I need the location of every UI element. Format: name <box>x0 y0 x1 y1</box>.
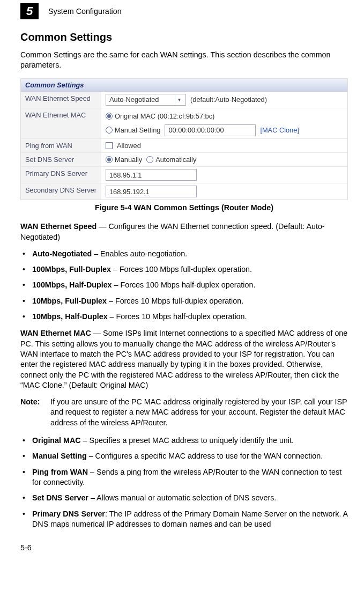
ping-allowed-checkbox[interactable] <box>106 142 113 149</box>
panel-header: Common Settings <box>21 79 347 92</box>
chapter-badge: 5 <box>20 3 39 19</box>
manual-mac-input[interactable]: 00:00:00:00:00:00 <box>165 124 256 136</box>
row-set-dns: Set DNS Server Manually Automatically <box>21 153 347 167</box>
note-label: Note: <box>20 397 50 428</box>
page-title: Common Settings <box>20 31 348 43</box>
row-wan-mac: WAN Ethernet MAC Original MAC (00:12:cf:… <box>21 108 347 139</box>
row-ping: Ping from WAN Allowed <box>21 139 347 153</box>
common-settings-panel: Common Settings WAN Ethernet Speed Auto-… <box>20 78 348 201</box>
mac-clone-link[interactable]: [MAC Clone] <box>260 126 299 134</box>
list-item: 100Mbps, Half-Duplex – Forces 100 Mbps h… <box>21 280 348 290</box>
page-number: 5-6 <box>20 543 348 552</box>
note-text: If you are unsure of the PC MAC address … <box>50 397 348 428</box>
list-item: 100Mbps, Full-Duplex – Forces 100 Mbps f… <box>21 264 348 275</box>
radio-dot-icon <box>146 156 153 163</box>
row-secondary-dns: Secondary DNS Server 168.95.192.1 <box>21 183 347 200</box>
radio-dot-icon <box>106 156 113 163</box>
wan-mac-description: WAN Ethernet MAC — Some ISPs limit Inter… <box>20 328 348 390</box>
radio-original-mac[interactable]: Original MAC (00:12:cf:9b:57:bc) <box>106 112 214 120</box>
list-item: Manual Setting – Configures a specific M… <box>21 451 348 461</box>
list-item: 10Mbps, Full-Duplex – Forces 10 Mbps ful… <box>21 296 348 306</box>
section-title: System Configuration <box>48 7 122 16</box>
chevron-down-icon: ▾ <box>175 95 183 104</box>
label-wan-mac: WAN Ethernet MAC <box>21 108 101 138</box>
secondary-dns-value: 168.95.192.1 <box>109 188 150 196</box>
manual-mac-value: 00:00:00:00:00:00 <box>168 126 224 134</box>
label-primary-dns: Primary DNS Server <box>21 167 101 183</box>
list-item: 10Mbps, Half-Duplex – Forces 10 Mbps hal… <box>21 312 348 322</box>
wan-speed-description: WAN Ethernet Speed — Configures the WAN … <box>20 222 348 242</box>
lower-bullet-list: Original MAC – Specifies a preset MAC ad… <box>20 436 348 529</box>
bullet-text: – Enables auto-negotiation. <box>92 249 187 258</box>
bullet-term: 100Mbps, Full-Duplex <box>32 265 111 274</box>
secondary-dns-input[interactable]: 168.95.192.1 <box>106 186 197 197</box>
bullet-term: Set DNS Server <box>32 493 88 502</box>
list-item: Set DNS Server – Allows manual or automa… <box>21 493 348 503</box>
bullet-term: Auto-Negotiated <box>32 249 92 258</box>
wan-speed-select[interactable]: Auto-Negotiated ▾ <box>106 94 186 106</box>
list-item: Auto-Negotiated – Enables auto-negotiati… <box>21 249 348 259</box>
bullet-term: 10Mbps, Full-Duplex <box>32 297 107 305</box>
intro-paragraph: Common Settings are the same for each WA… <box>20 50 348 71</box>
row-primary-dns: Primary DNS Server 168.95.1.1 <box>21 167 347 183</box>
bullet-term: Ping from WAN <box>32 468 88 476</box>
label-secondary-dns: Secondary DNS Server <box>21 183 101 200</box>
bullet-term: 10Mbps, Half-Duplex <box>32 312 108 321</box>
wan-mac-desc-text: — Some ISPs limit Internet connections t… <box>20 329 347 389</box>
bullet-text: – Forces 10 Mbps full-duplex operation. <box>107 297 243 305</box>
page-header: 5 System Configuration <box>20 3 348 19</box>
dns-manually-label: Manually <box>115 156 142 164</box>
radio-manual-mac[interactable]: Manual Setting <box>106 126 160 134</box>
wan-speed-hint: (default:Auto-Negotiated) <box>190 95 267 104</box>
radio-dns-manually[interactable]: Manually <box>106 156 142 164</box>
bullet-term: Manual Setting <box>32 452 87 460</box>
bullet-term: Original MAC <box>32 436 81 445</box>
dns-auto-label: Automatically <box>155 156 196 164</box>
radio-dns-auto[interactable]: Automatically <box>146 156 196 164</box>
bullet-text: – Forces 100 Mbps full-duplex operation. <box>111 265 252 274</box>
label-set-dns: Set DNS Server <box>21 153 101 166</box>
list-item: Primary DNS Server: The IP address of th… <box>21 509 348 530</box>
ping-allowed-label: Allowed <box>117 142 141 150</box>
bullet-text: – Forces 10 Mbps half-duplex operation. <box>108 312 247 321</box>
bullet-term: 100Mbps, Half-Duplex <box>32 281 112 289</box>
list-item: Original MAC – Specifies a preset MAC ad… <box>21 436 348 446</box>
bullet-text: – Forces 100 Mbps half-duplex operation. <box>112 281 256 289</box>
note-block: Note: If you are unsure of the PC MAC ad… <box>20 397 348 428</box>
list-item: Ping from WAN – Sends a ping from the wi… <box>21 467 348 488</box>
primary-dns-input[interactable]: 168.95.1.1 <box>106 169 197 181</box>
row-wan-speed: WAN Ethernet Speed Auto-Negotiated ▾ (de… <box>21 92 347 108</box>
radio-dot-icon <box>106 113 113 120</box>
wan-speed-term: WAN Ethernet Speed <box>20 222 96 231</box>
label-ping: Ping from WAN <box>21 139 101 152</box>
bullet-text: – Configures a specific MAC address to u… <box>87 452 323 460</box>
wan-mac-term: WAN Ethernet MAC <box>20 329 91 337</box>
radio-dot-icon <box>106 127 113 134</box>
wan-speed-value: Auto-Negotiated <box>109 95 159 104</box>
radio-manual-label: Manual Setting <box>115 126 160 134</box>
speed-bullet-list: Auto-Negotiated – Enables auto-negotiati… <box>20 249 348 322</box>
bullet-text: – Allows manual or automatic selection o… <box>88 493 276 502</box>
radio-original-label: Original MAC (00:12:cf:9b:57:bc) <box>115 112 214 120</box>
label-wan-speed: WAN Ethernet Speed <box>21 92 101 108</box>
primary-dns-value: 168.95.1.1 <box>109 171 142 179</box>
bullet-term: Primary DNS Server <box>32 510 105 518</box>
bullet-text: – Specifies a preset MAC address to uniq… <box>81 436 294 445</box>
figure-caption: Figure 5-4 WAN Common Settings (Router M… <box>20 203 348 212</box>
